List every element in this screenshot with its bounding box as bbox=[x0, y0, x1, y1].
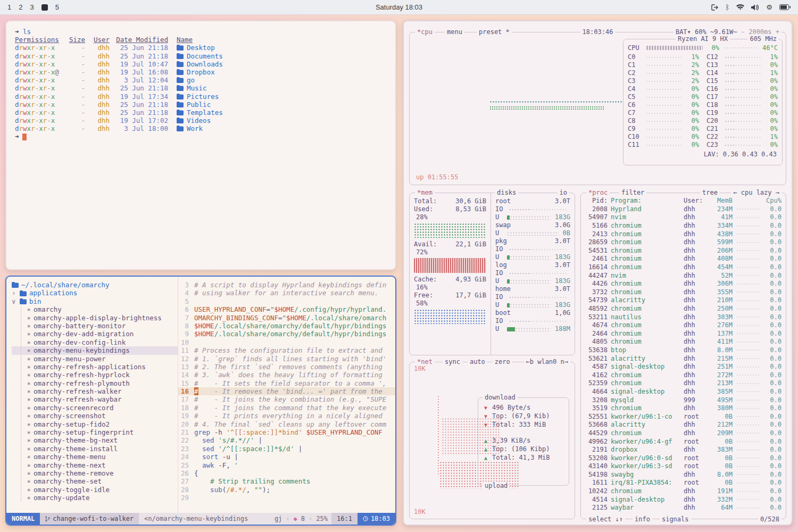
tree-item[interactable]: │∗omarchy-toggle-idle bbox=[12, 486, 178, 494]
tree-item[interactable]: │∗omarchy-theme-install bbox=[12, 445, 178, 453]
code-line[interactable]: 23 sed '/^[[:space:]]*$/d' | bbox=[178, 445, 395, 453]
tree-item[interactable]: │∗omarchy-refresh-plymouth bbox=[12, 379, 178, 387]
tree-item[interactable]: │∗omarchy bbox=[12, 305, 178, 313]
code-line[interactable]: 18# - It joins the command that the key … bbox=[178, 404, 395, 412]
code-line[interactable]: 25 awk -F, ' bbox=[178, 461, 395, 469]
process-row[interactable]: 5166chromiumdhh334M0.0 bbox=[581, 222, 786, 230]
process-row[interactable]: 4587signal-desktopdhh251M0.0 bbox=[581, 363, 786, 371]
workspace-active-icon[interactable] bbox=[41, 4, 48, 11]
bluetooth-icon[interactable]: ᛒ bbox=[726, 4, 730, 11]
code-line[interactable]: 21grep -h '^[[:space:]]*bind' $USER_HYPR… bbox=[178, 428, 395, 436]
logout-icon[interactable] bbox=[711, 4, 719, 11]
tree-item[interactable]: │∗omarchy-screenrecord bbox=[12, 404, 178, 412]
wifi-icon[interactable] bbox=[736, 4, 744, 10]
process-row[interactable]: 1611irq/81-PIXA3854:root0B0.0 bbox=[581, 479, 786, 487]
tree-item[interactable]: │∗omarchy-screenshot bbox=[12, 412, 178, 420]
net-interface[interactable]: ←b wlan0 n→ bbox=[524, 358, 570, 366]
tree-item[interactable]: │∗omarchy-update bbox=[12, 494, 178, 502]
process-row[interactable]: 53638btopdhh8.0M0.0 bbox=[581, 346, 786, 355]
proc-header-cell[interactable]: MemB bbox=[707, 197, 734, 205]
process-row[interactable]: 10242chromiumdhh191M0.0 bbox=[581, 487, 786, 496]
code-line[interactable]: 12# 1. `grep` finds all lines starting w… bbox=[178, 355, 395, 363]
process-row[interactable]: 2461chromiumdhh408M0.0 bbox=[581, 255, 786, 263]
tree-item[interactable]: │∗omarchy-battery-monitor bbox=[12, 322, 178, 330]
code-line[interactable]: 28 sub(/#.*/, ""); bbox=[178, 486, 395, 494]
process-row[interactable]: 4805chromiumdhh411M0.0 bbox=[581, 338, 786, 346]
filter-button[interactable]: filter bbox=[619, 188, 646, 197]
git-branch[interactable]: change-wofi-to-walker bbox=[40, 513, 139, 525]
process-row[interactable]: 4514signal-desktopdhh332M0.0 bbox=[581, 495, 786, 504]
tree-item[interactable]: │∗omarchy-refresh-waybar bbox=[12, 395, 178, 403]
proc-header-cell[interactable]: User: bbox=[684, 197, 707, 205]
workspace-button[interactable]: 1 bbox=[7, 3, 11, 11]
process-row[interactable]: 2413chromiumdhh438M0.0 bbox=[581, 230, 786, 238]
proc-footer-item[interactable]: select ↓↑ bbox=[586, 515, 625, 523]
process-row[interactable]: 43140kworker/u96:3-sdroot0B0.0 bbox=[581, 462, 786, 471]
volume-icon[interactable] bbox=[751, 4, 759, 11]
code-line[interactable]: 15# - It sets the field separator to a c… bbox=[178, 379, 395, 387]
process-row[interactable]: 54531chromiumdhh206M0.0 bbox=[581, 247, 786, 255]
tree-toggle[interactable]: tree bbox=[700, 188, 720, 197]
code-line[interactable]: 26{ bbox=[178, 469, 395, 477]
tree-item[interactable]: │∗omarchy-refresh-hyprlock bbox=[12, 371, 178, 379]
net-sync-button[interactable]: sync bbox=[443, 358, 462, 366]
code-line[interactable]: 9$HOME/.local/share/omarchy/default/hypr… bbox=[178, 330, 395, 338]
tree-item[interactable]: │∗omarchy-theme-bg-next bbox=[12, 436, 178, 444]
tree-item[interactable]: │∗omarchy-theme-remove bbox=[12, 469, 178, 477]
process-row[interactable]: 53211nautilusdhh303M0.0 bbox=[581, 313, 786, 321]
battery-icon[interactable] bbox=[779, 4, 791, 10]
tree-item[interactable]: │∗omarchy-theme-next bbox=[12, 461, 178, 469]
code-line[interactable]: 22 sed 's/#.*//' | bbox=[178, 436, 395, 444]
process-row[interactable]: 44247nvimdhh52M0.0 bbox=[581, 271, 786, 280]
editor-window[interactable]: ~/.local/share/omarchy›applications∨bin│… bbox=[5, 276, 396, 526]
tree-item[interactable]: │∗omarchy-dev-add-migration bbox=[12, 330, 178, 338]
process-row[interactable]: 16614chromiumdhh454M0.0 bbox=[581, 263, 786, 272]
code-line[interactable]: 20# 4. The final `sed` cleans up any lef… bbox=[178, 420, 395, 428]
code-line[interactable]: 27 # Strip trailing comments bbox=[178, 477, 395, 485]
tree-item[interactable]: │∗omarchy-menu-keybindings bbox=[12, 346, 178, 354]
process-row[interactable]: 3208mysqld999495M0.0 bbox=[581, 396, 786, 404]
code-line[interactable]: 7OMARCHY_BINDINGS_CONF="$HOME/.local/sha… bbox=[178, 314, 395, 322]
process-row[interactable]: 4162chromiumdhh272M0.0 bbox=[581, 371, 786, 379]
process-row[interactable]: 3732chromiumdhh355M0.0 bbox=[581, 288, 786, 297]
tree-item[interactable]: │∗omarchy-dev-config-link bbox=[12, 338, 178, 346]
code-line[interactable]: 10 bbox=[178, 338, 395, 346]
code-line[interactable]: 3# A script to display Hyprland keybindi… bbox=[178, 281, 395, 289]
code-line[interactable]: 19# - It prints everything in a nicely a… bbox=[178, 412, 395, 420]
process-row[interactable]: 2125waybardhh64M0.0 bbox=[581, 504, 786, 512]
terminal-window[interactable]: ➜ lsPermissionsSizeUserDate ModifiedName… bbox=[5, 20, 396, 270]
workspace-button[interactable]: 3 bbox=[30, 3, 34, 11]
process-row[interactable]: 2008Hyprlanddhh234M0.0 bbox=[581, 205, 786, 214]
process-row[interactable]: 54198swaybgdhh8.0M0.0 bbox=[581, 471, 786, 479]
code-line[interactable]: 24 sort -u | bbox=[178, 453, 395, 461]
tree-item[interactable]: ›applications bbox=[12, 289, 178, 297]
proc-header-cell[interactable]: Cpu% bbox=[762, 197, 782, 205]
process-row[interactable]: 49962kworker/u96:4-gfroot0B0.0 bbox=[581, 437, 786, 446]
proc-footer-item[interactable]: signals bbox=[660, 515, 691, 523]
proc-header-cell[interactable]: Pid: bbox=[585, 197, 611, 205]
code-line[interactable]: 6USER_HYPRLAND_CONF="$HOME/.config/hypr/… bbox=[178, 305, 395, 313]
code-line[interactable]: 29 bbox=[178, 494, 395, 502]
process-row[interactable]: 3519chromiumdhh380M0.0 bbox=[581, 404, 786, 413]
process-row[interactable]: 53621alacrittydhh215M0.0 bbox=[581, 354, 786, 363]
process-row[interactable]: 2191dropboxdhh383M0.0 bbox=[581, 446, 786, 454]
tree-item[interactable]: │∗omarchy-theme-menu bbox=[12, 453, 178, 461]
proc-box-title[interactable]: *proc bbox=[586, 188, 610, 197]
code-line[interactable]: 5 bbox=[178, 297, 395, 305]
tree-item[interactable]: ~/.local/share/omarchy bbox=[12, 281, 178, 289]
process-row[interactable]: 52359chromiumdhh213M0.0 bbox=[581, 379, 786, 388]
menu-button[interactable]: menu bbox=[445, 28, 464, 36]
net-zero-button[interactable]: zero bbox=[493, 358, 512, 366]
process-row[interactable]: 52551kworker/u96:1-coroot0B0.0 bbox=[581, 412, 786, 421]
workspace-button[interactable]: 2 bbox=[19, 3, 22, 11]
process-row[interactable]: 2464chromiumdhh137M0.0 bbox=[581, 330, 786, 338]
tree-item[interactable]: │∗omarchy-theme-set bbox=[12, 477, 178, 485]
code-line[interactable]: 4# using walker for an interactive searc… bbox=[178, 289, 395, 297]
process-row[interactable]: 53668alacrittydhh212M0.0 bbox=[581, 421, 786, 429]
net-auto-button[interactable]: auto bbox=[468, 358, 487, 366]
tree-item[interactable]: │∗omarchy-setup-fingerprint bbox=[12, 428, 178, 436]
code-line[interactable]: 17# - It joins the key combination (e.g.… bbox=[178, 395, 395, 403]
code-pane[interactable]: 3# A script to display Hyprland keybindi… bbox=[178, 277, 395, 513]
code-line[interactable]: 8$HOME/.local/share/omarchy/default/hypr… bbox=[178, 322, 395, 330]
process-row[interactable]: 53208kworker/u96:0-sdroot0B0.0 bbox=[581, 454, 786, 462]
